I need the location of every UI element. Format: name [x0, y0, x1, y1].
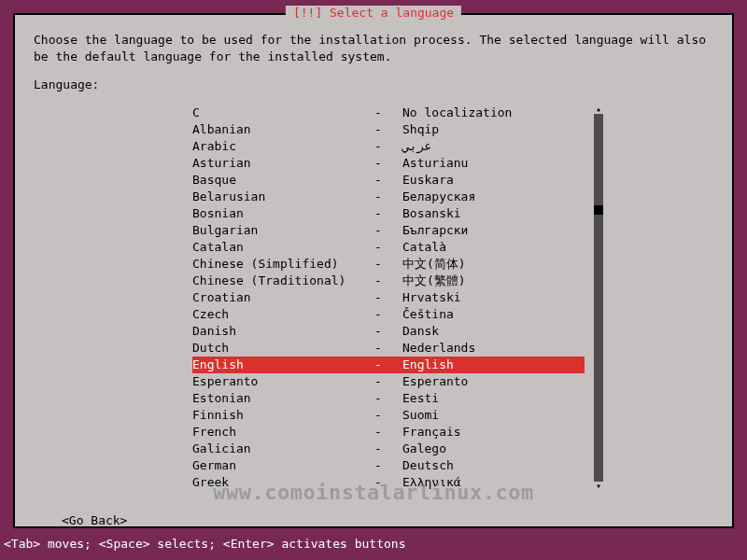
language-item[interactable]: Bulgarian- Български: [192, 222, 585, 239]
language-native: 中文(繁體): [402, 273, 585, 289]
separator: -: [374, 424, 402, 441]
separator: -: [374, 306, 402, 323]
language-item[interactable]: Asturian- Asturianu: [192, 155, 585, 172]
language-native: Nederlands: [402, 340, 585, 357]
separator: -: [374, 256, 402, 273]
language-native: Suomi: [402, 407, 585, 424]
separator: -: [374, 457, 402, 474]
scroll-up-icon[interactable]: ▴: [594, 105, 603, 114]
scroll-thumb[interactable]: [594, 205, 603, 215]
separator: -: [374, 138, 402, 155]
language-name: German: [192, 457, 374, 474]
language-native: Беларуская: [402, 189, 585, 205]
language-native: Shqip: [402, 121, 585, 138]
language-native: Čeština: [402, 306, 585, 323]
language-name: Chinese (Simplified): [192, 256, 374, 273]
language-item[interactable]: Finnish- Suomi: [192, 407, 585, 424]
language-name: Asturian: [192, 155, 374, 172]
keyboard-hint: <Tab> moves; <Space> selects; <Enter> ac…: [4, 537, 405, 551]
language-name: Danish: [192, 323, 374, 340]
language-name: Croatian: [192, 289, 374, 306]
language-name: Arabic: [192, 138, 374, 155]
language-item[interactable]: Dutch- Nederlands: [192, 340, 585, 357]
language-name: Bosnian: [192, 205, 374, 222]
separator: -: [374, 373, 402, 390]
language-name: Dutch: [192, 340, 374, 357]
language-item[interactable]: Greek- Ελληνικά: [192, 474, 585, 491]
language-native: Dansk: [402, 323, 585, 340]
scrollbar[interactable]: ▴ ▾: [594, 105, 603, 491]
separator: -: [374, 289, 402, 306]
language-native: Català: [402, 239, 585, 256]
separator: -: [374, 155, 402, 172]
separator: -: [374, 105, 402, 121]
language-name: Chinese (Traditional): [192, 273, 374, 289]
language-name: Bulgarian: [192, 222, 374, 239]
separator: -: [374, 407, 402, 424]
separator: -: [374, 239, 402, 256]
separator: -: [374, 441, 402, 457]
language-native: Български: [402, 222, 585, 239]
scroll-down-icon[interactable]: ▾: [594, 482, 603, 491]
language-native: Asturianu: [402, 155, 585, 172]
language-dialog: [!!] Select a language Choose the langua…: [13, 13, 734, 528]
separator: -: [374, 474, 402, 491]
separator: -: [374, 390, 402, 407]
language-item[interactable]: Czech- Čeština: [192, 306, 585, 323]
language-list[interactable]: ▴ ▾ C- No localizationAlbanian- ShqipAra…: [192, 105, 585, 491]
language-item[interactable]: English- English: [192, 357, 585, 373]
separator: -: [374, 357, 402, 373]
dialog-title: [!!] Select a language: [286, 6, 461, 20]
language-name: Galician: [192, 441, 374, 457]
language-name: Albanian: [192, 121, 374, 138]
language-native: Hrvatski: [402, 289, 585, 306]
language-native: عربي: [402, 138, 585, 155]
separator: -: [374, 189, 402, 205]
language-name: Belarusian: [192, 189, 374, 205]
language-native: Eesti: [402, 390, 585, 407]
language-name: Greek: [192, 474, 374, 491]
language-item[interactable]: Belarusian- Беларуская: [192, 189, 585, 205]
language-name: English: [192, 357, 374, 373]
language-item[interactable]: French- Français: [192, 424, 585, 441]
language-item[interactable]: Bosnian- Bosanski: [192, 205, 585, 222]
language-native: Euskara: [402, 172, 585, 189]
separator: -: [374, 340, 402, 357]
go-back-button[interactable]: <Go Back>: [62, 513, 713, 527]
language-item[interactable]: Danish- Dansk: [192, 323, 585, 340]
language-native: 中文(简体): [402, 256, 585, 273]
language-item[interactable]: German- Deutsch: [192, 457, 585, 474]
separator: -: [374, 323, 402, 340]
language-label: Language:: [34, 77, 713, 91]
language-item[interactable]: Basque- Euskara: [192, 172, 585, 189]
language-item[interactable]: Esperanto- Esperanto: [192, 373, 585, 390]
separator: -: [374, 273, 402, 289]
language-item[interactable]: Arabic- عربي: [192, 138, 585, 155]
language-name: Finnish: [192, 407, 374, 424]
prompt-text: Choose the language to be used for the i…: [34, 32, 713, 64]
language-native: Bosanski: [402, 205, 585, 222]
language-item[interactable]: Croatian- Hrvatski: [192, 289, 585, 306]
language-name: C: [192, 105, 374, 121]
language-native: Deutsch: [402, 457, 585, 474]
language-name: Esperanto: [192, 373, 374, 390]
language-item[interactable]: Chinese (Traditional)- 中文(繁體): [192, 273, 585, 289]
language-item[interactable]: Chinese (Simplified)- 中文(简体): [192, 256, 585, 273]
language-item[interactable]: C- No localization: [192, 105, 585, 121]
language-native: Français: [402, 424, 585, 441]
separator: -: [374, 222, 402, 239]
separator: -: [374, 172, 402, 189]
language-item[interactable]: Estonian- Eesti: [192, 390, 585, 407]
language-name: Basque: [192, 172, 374, 189]
language-native: English: [402, 357, 585, 373]
language-name: Catalan: [192, 239, 374, 256]
separator: -: [374, 205, 402, 222]
language-item[interactable]: Catalan- Català: [192, 239, 585, 256]
language-native: Galego: [402, 441, 585, 457]
language-item[interactable]: Albanian- Shqip: [192, 121, 585, 138]
language-name: French: [192, 424, 374, 441]
language-item[interactable]: Galician- Galego: [192, 441, 585, 457]
language-native: No localization: [402, 105, 585, 121]
language-native: Esperanto: [402, 373, 585, 390]
language-native: Ελληνικά: [402, 474, 585, 491]
